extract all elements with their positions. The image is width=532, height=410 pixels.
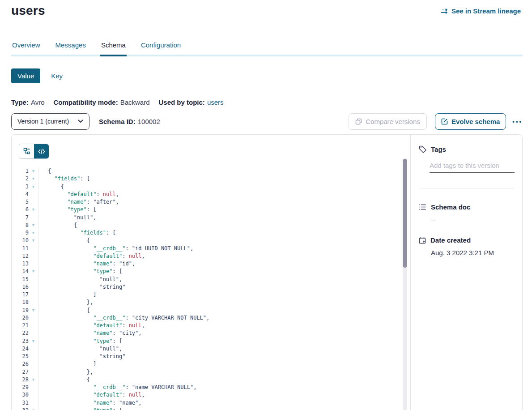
line-number: 5 — [12, 198, 29, 206]
line-number: 12 — [12, 252, 29, 260]
code-line: 29 "__crdb__": "name VARCHAR NULL", — [12, 384, 401, 391]
line-number: 3 — [12, 183, 29, 191]
line-number: 31 — [12, 399, 29, 407]
code-line: 9▼ "fields": [ — [12, 229, 401, 237]
line-number: 17 — [12, 291, 29, 299]
code-line-text: "name": "city", — [38, 329, 401, 337]
line-number: 30 — [12, 391, 29, 399]
code-line: 24 "null", — [12, 345, 401, 353]
code-line: 21 "default": null, — [12, 322, 401, 329]
line-number: 8 — [12, 222, 29, 229]
fold-arrow-icon[interactable]: ▼ — [29, 237, 38, 244]
tab-schema[interactable]: Schema — [100, 39, 127, 56]
code-line: 12 "default": null, — [12, 252, 401, 260]
line-number: 21 — [12, 322, 29, 329]
code-line-text: "null", — [38, 345, 401, 353]
code-line-text: "fields": [ — [38, 175, 401, 183]
code-line-text: ] — [38, 360, 401, 368]
code-line: 15 "null", — [12, 276, 401, 283]
code-line: 16 "string" — [12, 283, 401, 291]
tab-configuration[interactable]: Configuration — [140, 39, 182, 55]
code-line-text: }, — [38, 368, 401, 376]
code-line-text: "null", — [38, 214, 401, 222]
code-line-text: "default": null, — [38, 391, 401, 399]
line-number: 32 — [12, 407, 29, 410]
fold-spacer — [29, 384, 38, 391]
code-line: 17 ] — [12, 291, 401, 299]
line-number: 29 — [12, 384, 29, 391]
compatibility-mode-label: Compatibility mode: — [53, 98, 118, 106]
code-line: 30 "default": null, — [12, 391, 401, 399]
code-line: 11 "__crdb__": "id UUID NOT NULL", — [12, 245, 401, 252]
fold-arrow-icon[interactable]: ▼ — [29, 175, 38, 183]
fold-arrow-icon[interactable]: ▼ — [29, 376, 38, 384]
fold-arrow-icon[interactable]: ▼ — [29, 206, 38, 214]
code-line: 25 "string" — [12, 353, 401, 360]
code-line: 7 "null", — [12, 214, 401, 222]
fold-spacer — [29, 368, 38, 376]
line-number: 16 — [12, 283, 29, 291]
more-actions-button[interactable]: ••• — [512, 118, 523, 125]
fold-spacer — [29, 245, 38, 252]
fold-arrow-icon[interactable]: ▼ — [29, 307, 38, 314]
line-number: 22 — [12, 329, 29, 337]
line-number: 28 — [12, 376, 29, 384]
schema-doc-heading-label: Schema doc — [431, 203, 470, 211]
compare-versions-button[interactable]: Compare versions — [349, 113, 427, 130]
editor-scrollbar-thumb[interactable] — [403, 159, 407, 268]
editor-scrollbar-track[interactable] — [403, 158, 407, 410]
code-line-text: "string" — [38, 353, 401, 360]
evolve-schema-button[interactable]: Evolve schema — [435, 113, 506, 130]
tab-overview[interactable]: Overview — [11, 39, 41, 55]
fold-spacer — [29, 314, 38, 322]
fold-arrow-icon[interactable]: ▼ — [29, 183, 38, 191]
code-view-icon — [38, 149, 45, 154]
fold-arrow-icon[interactable]: ▼ — [29, 407, 38, 410]
key-toggle-link[interactable]: Key — [51, 72, 63, 80]
fold-arrow-icon[interactable]: ▼ — [29, 268, 38, 275]
stream-lineage-label: See in Stream lineage — [451, 7, 521, 15]
type-label: Type: — [11, 98, 29, 106]
fold-spacer — [29, 260, 38, 268]
code-editor[interactable]: 1▼{2▼ "fields": [3▼ {4 "default": null,5… — [12, 167, 401, 410]
code-view-button[interactable] — [34, 144, 49, 158]
value-toggle-button[interactable]: Value — [11, 68, 40, 83]
fold-arrow-icon[interactable]: ▼ — [29, 167, 38, 175]
line-number: 14 — [12, 268, 29, 275]
see-in-stream-lineage-link[interactable]: See in Stream lineage — [441, 7, 521, 15]
line-number: 1 — [12, 167, 29, 175]
fold-arrow-icon[interactable]: ▼ — [29, 229, 38, 237]
code-line-text: "default": null, — [38, 252, 401, 260]
date-created-heading-label: Date created — [430, 236, 471, 244]
tab-messages[interactable]: Messages — [55, 39, 87, 55]
code-line-text: { — [38, 183, 401, 191]
schema-page: users See in Stream lineage Overview Mes… — [0, 0, 532, 410]
schema-doc-heading: Schema doc — [419, 203, 514, 211]
line-number: 2 — [12, 175, 29, 183]
used-by-topic-link[interactable]: users — [207, 98, 224, 106]
fold-arrow-icon[interactable]: ▼ — [29, 222, 38, 229]
version-select[interactable]: Version 1 (current) — [11, 113, 89, 130]
tags-input[interactable] — [430, 162, 515, 173]
fold-spacer — [29, 283, 38, 291]
tree-view-button[interactable] — [19, 144, 34, 158]
line-number: 26 — [12, 360, 29, 368]
line-number: 7 — [12, 214, 29, 222]
code-line-text: "type": [ — [38, 268, 401, 275]
code-line: 20 "__crdb__": "city VARCHAR NOT NULL", — [12, 314, 401, 322]
code-line: 6▼ "type": [ — [12, 206, 401, 214]
calendar-icon — [419, 237, 426, 244]
compare-versions-label: Compare versions — [366, 118, 420, 125]
compare-icon — [355, 118, 362, 125]
code-line-text: { — [38, 237, 401, 244]
compatibility-mode-value: Backward — [120, 98, 150, 106]
version-toolbar: Version 1 (current) Schema ID: 100002 Co… — [11, 113, 523, 130]
fold-arrow-icon[interactable]: ▼ — [29, 337, 38, 345]
line-number: 9 — [12, 229, 29, 237]
code-line-text: { — [38, 307, 401, 314]
code-line: 31 "name": "name", — [12, 399, 401, 407]
line-number: 4 — [12, 191, 29, 198]
line-number: 18 — [12, 299, 29, 306]
version-select-value: Version 1 (current) — [17, 118, 69, 125]
schema-id-value: 100002 — [138, 118, 160, 125]
